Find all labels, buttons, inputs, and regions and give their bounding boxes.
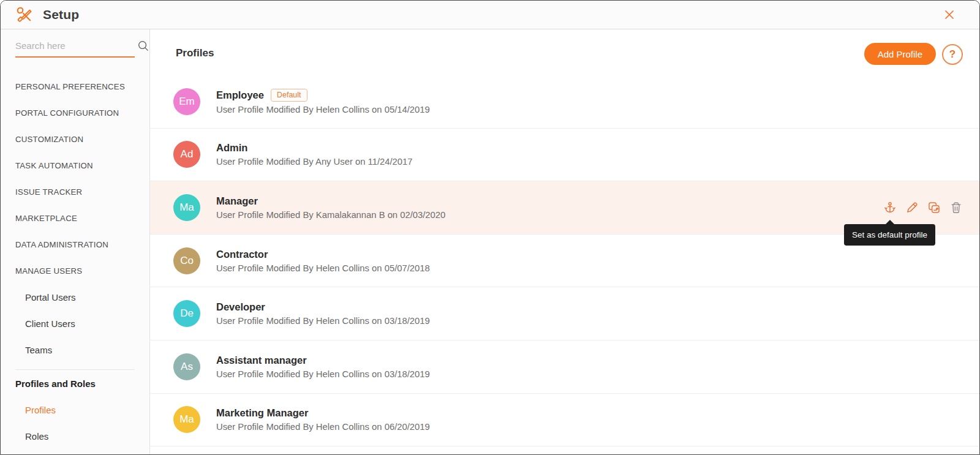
profile-name: Assistant manager xyxy=(216,355,307,366)
profile-name: Contractor xyxy=(216,249,268,260)
profile-row-admin[interactable]: Ad Admin User Profile Modified By Any Us… xyxy=(150,129,979,182)
set-default-anchor-icon[interactable] xyxy=(883,201,897,214)
avatar: Em xyxy=(173,88,200,115)
search-icon[interactable] xyxy=(137,40,149,51)
profile-modified-info: User Profile Modified By Any User on 11/… xyxy=(216,157,413,167)
sidebar-item-roles[interactable]: Roles xyxy=(1,423,149,449)
profile-modified-info: User Profile Modified By Helen Collins o… xyxy=(216,263,430,273)
profiles-panel: Profiles Add Profile ? Em Employee Defau… xyxy=(150,29,979,454)
setup-window: Setup PERSONAL PREFERENCES PORTAL CONFIG… xyxy=(0,0,980,455)
sidebar-search xyxy=(15,40,135,58)
profiles-list: Em Employee Default User Profile Modifie… xyxy=(150,75,979,446)
profile-modified-info: User Profile Modified By Helen Collins o… xyxy=(216,316,430,326)
help-icon[interactable]: ? xyxy=(942,44,963,65)
profiles-heading: Profiles xyxy=(176,47,214,59)
profile-row-manager[interactable]: Ma Manager User Profile Modified By Kama… xyxy=(150,181,979,235)
profile-name: Admin xyxy=(216,142,247,154)
edit-pencil-icon[interactable] xyxy=(905,201,919,214)
sidebar-item-customization[interactable]: CUSTOMIZATION xyxy=(1,126,149,152)
set-default-tooltip: Set as default profile xyxy=(844,224,935,246)
sidebar-item-client-users[interactable]: Client Users xyxy=(1,310,149,337)
sidebar-item-portal-users[interactable]: Portal Users xyxy=(1,284,149,310)
profile-modified-info: User Profile Modified By Helen Collins o… xyxy=(216,422,430,432)
profile-row-marketing-manager[interactable]: Ma Marketing Manager User Profile Modifi… xyxy=(150,394,979,447)
add-profile-button[interactable]: Add Profile xyxy=(864,43,936,65)
profile-name: Manager xyxy=(216,195,258,207)
delete-trash-icon[interactable] xyxy=(949,201,963,214)
avatar: As xyxy=(173,353,200,380)
avatar: Ad xyxy=(173,141,200,168)
sidebar-item-task-automation[interactable]: TASK AUTOMATION xyxy=(1,152,149,179)
profile-row-employee[interactable]: Em Employee Default User Profile Modifie… xyxy=(150,75,979,129)
close-icon[interactable] xyxy=(941,7,957,23)
row-actions xyxy=(883,201,963,214)
sidebar-item-data-administration[interactable]: DATA ADMINISTRATION xyxy=(1,231,149,258)
sidebar-item-portal-configuration[interactable]: PORTAL CONFIGURATION xyxy=(1,100,149,126)
page-title: Setup xyxy=(43,7,79,22)
search-input[interactable] xyxy=(15,40,137,51)
avatar: Ma xyxy=(173,194,200,221)
sidebar-nav: PERSONAL PREFERENCES PORTAL CONFIGURATIO… xyxy=(1,73,149,449)
avatar: Ma xyxy=(173,406,200,433)
profile-modified-info: User Profile Modified By Helen Collins o… xyxy=(216,369,430,379)
profile-modified-info: User Profile Modified By Helen Collins o… xyxy=(216,105,430,115)
profile-modified-info: User Profile Modified By Kamalakannan B … xyxy=(216,210,445,220)
setup-sidebar: PERSONAL PREFERENCES PORTAL CONFIGURATIO… xyxy=(1,29,150,454)
sidebar-item-manage-users[interactable]: MANAGE USERS xyxy=(1,258,149,284)
sidebar-item-marketplace[interactable]: MARKETPLACE xyxy=(1,205,149,231)
sidebar-divider xyxy=(15,369,135,370)
sidebar-item-issue-tracker[interactable]: ISSUE TRACKER xyxy=(1,179,149,205)
avatar: De xyxy=(173,300,200,327)
setup-header: Setup xyxy=(1,1,979,29)
avatar: Co xyxy=(173,247,200,274)
setup-tools-icon xyxy=(17,7,33,23)
profile-row-assistant-manager[interactable]: As Assistant manager User Profile Modifi… xyxy=(150,340,979,394)
profile-name: Developer xyxy=(216,301,265,313)
sidebar-section-profiles-and-roles[interactable]: Profiles and Roles xyxy=(1,370,149,397)
clone-icon[interactable] xyxy=(927,201,941,214)
sidebar-item-personal-preferences[interactable]: PERSONAL PREFERENCES xyxy=(1,73,149,100)
default-badge: Default xyxy=(271,89,307,102)
profile-name: Employee xyxy=(216,89,264,101)
sidebar-item-profiles[interactable]: Profiles xyxy=(1,397,149,423)
profile-name: Marketing Manager xyxy=(216,407,308,419)
sidebar-item-teams[interactable]: Teams xyxy=(1,337,149,363)
profile-row-developer[interactable]: De Developer User Profile Modified By He… xyxy=(150,287,979,340)
